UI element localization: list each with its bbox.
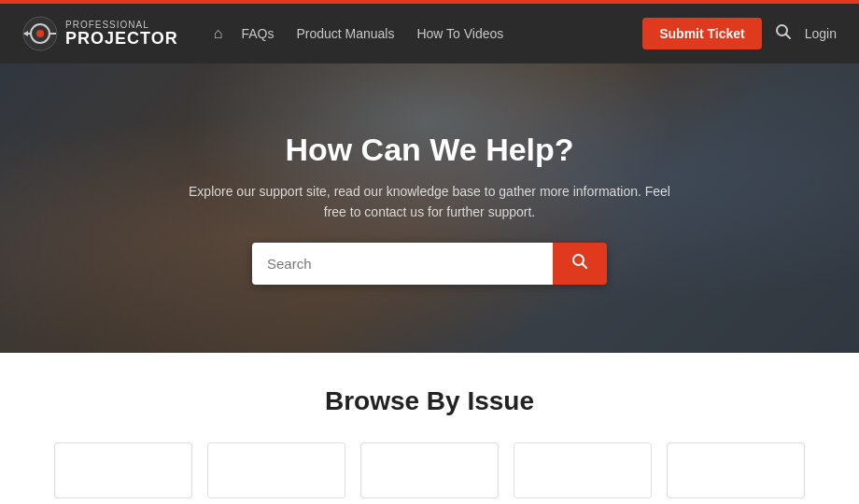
- logo-text: professional PROJECTOR: [65, 20, 178, 49]
- svg-line-9: [583, 264, 587, 269]
- browse-card-2[interactable]: [207, 442, 345, 498]
- browse-card-5[interactable]: [667, 442, 805, 498]
- browse-section: Browse By Issue: [0, 353, 859, 504]
- search-button[interactable]: [553, 243, 607, 285]
- nav-link-faqs[interactable]: FAQs: [241, 26, 274, 41]
- header: professional PROJECTOR ⌂ FAQs Product Ma…: [0, 4, 859, 63]
- login-link[interactable]: Login: [805, 26, 837, 41]
- logo-projector-text: PROJECTOR: [65, 30, 178, 49]
- nav-actions: Submit Ticket Login: [642, 18, 837, 49]
- svg-point-2: [36, 30, 44, 37]
- search-icon[interactable]: [775, 23, 792, 45]
- nav-link-how-to-videos[interactable]: How To Videos: [416, 26, 503, 41]
- hero-content: How Can We Help? Explore our support sit…: [168, 113, 691, 304]
- browse-cards-container: [22, 442, 837, 498]
- home-icon[interactable]: ⌂: [214, 25, 223, 42]
- browse-card-3[interactable]: [360, 442, 499, 498]
- browse-card-4[interactable]: [514, 442, 652, 498]
- search-bar: [252, 243, 607, 285]
- hero-subtitle: Explore our support site, read our knowl…: [187, 181, 672, 223]
- search-input[interactable]: [252, 243, 553, 285]
- logo-professional-text: professional: [65, 20, 178, 30]
- browse-title: Browse By Issue: [22, 386, 837, 416]
- logo[interactable]: professional PROJECTOR: [22, 16, 178, 51]
- browse-card-1[interactable]: [54, 442, 192, 498]
- hero-section: How Can We Help? Explore our support sit…: [0, 63, 859, 353]
- main-nav: FAQs Product Manuals How To Videos: [241, 26, 624, 41]
- hero-title: How Can We Help?: [187, 132, 672, 168]
- nav-link-product-manuals[interactable]: Product Manuals: [296, 26, 394, 41]
- submit-ticket-button[interactable]: Submit Ticket: [642, 18, 762, 49]
- svg-line-7: [785, 34, 790, 38]
- logo-icon: [22, 16, 58, 51]
